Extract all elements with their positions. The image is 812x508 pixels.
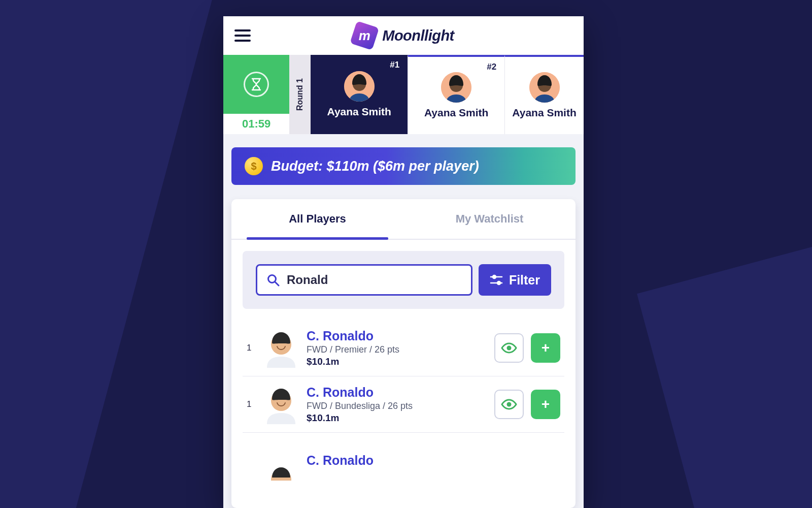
- avatar: [529, 72, 560, 103]
- player-avatar: [263, 385, 299, 424]
- filter-label: Filter: [509, 273, 540, 288]
- eye-icon: [501, 399, 517, 410]
- sliders-icon: [490, 274, 503, 285]
- player-name[interactable]: C. Ronaldo: [307, 329, 487, 343]
- search-input-wrap: [256, 264, 472, 296]
- add-button[interactable]: +: [531, 333, 560, 363]
- search-filter-row: Filter: [243, 251, 564, 309]
- bg-deco-2: [637, 228, 812, 508]
- hourglass-icon: [244, 72, 269, 97]
- pick-rank: #1: [390, 60, 399, 70]
- plus-icon: +: [542, 340, 550, 356]
- tab-all-players[interactable]: All Players: [231, 199, 403, 239]
- player-row: 1 C. Ronaldo FWD / Premier / 26 pts $10.…: [243, 320, 564, 376]
- pick-card-3[interactable]: Ayana Smith: [504, 55, 584, 134]
- pick-name: Ayana Smith: [512, 107, 576, 119]
- watch-button[interactable]: [494, 390, 524, 419]
- player-price: $10.1m: [307, 356, 487, 367]
- player-row: C. Ronaldo: [243, 433, 564, 489]
- player-name[interactable]: C. Ronaldo: [307, 453, 560, 468]
- player-meta: FWD / Premier / 26 pts: [307, 344, 487, 355]
- app-header: Moonllight: [223, 16, 584, 55]
- brand-logo: [350, 21, 379, 50]
- player-row: 1 C. Ronaldo FWD / Bundesliga / 26 pts $…: [243, 376, 564, 433]
- svg-point-9: [493, 275, 496, 278]
- search-icon: [266, 273, 280, 287]
- pick-name: Ayana Smith: [327, 106, 391, 118]
- timer-icon-area: [223, 55, 289, 114]
- player-rank: 1: [247, 399, 256, 409]
- svg-point-15: [507, 402, 512, 407]
- tabs: All Players My Watchlist: [231, 199, 576, 240]
- round-label: Round 1: [295, 78, 304, 111]
- player-name[interactable]: C. Ronaldo: [307, 385, 487, 400]
- player-rank: 1: [247, 343, 256, 353]
- round-indicator: Round 1: [289, 55, 311, 134]
- filter-button[interactable]: Filter: [479, 264, 551, 296]
- svg-point-13: [507, 346, 512, 351]
- player-info: C. Ronaldo FWD / Bundesliga / 26 pts $10…: [307, 385, 487, 424]
- timer: 01:59: [223, 55, 289, 134]
- tab-my-watchlist[interactable]: My Watchlist: [403, 199, 576, 239]
- player-info: C. Ronaldo FWD / Premier / 26 pts $10.1m: [307, 329, 487, 367]
- watch-button[interactable]: [494, 333, 524, 363]
- svg-point-11: [497, 281, 500, 284]
- search-input[interactable]: [287, 273, 462, 287]
- player-price: $10.1m: [307, 412, 487, 424]
- timer-value: 01:59: [223, 114, 289, 134]
- coin-icon: $: [245, 157, 263, 175]
- player-meta: FWD / Bundesliga / 26 pts: [307, 401, 487, 411]
- pick-card-1[interactable]: #1 Ayana Smith: [311, 55, 408, 134]
- player-info: C. Ronaldo: [307, 453, 560, 469]
- svg-line-7: [275, 282, 279, 285]
- pick-name: Ayana Smith: [424, 107, 488, 119]
- budget-text: Budget: $110m ($6m per player): [271, 158, 479, 174]
- brand-name: Moonllight: [382, 27, 454, 44]
- player-avatar: [263, 441, 299, 481]
- player-list: 1 C. Ronaldo FWD / Premier / 26 pts $10.…: [231, 320, 576, 489]
- draft-picker-bar: 01:59 Round 1 #1 Ayana Smith #2: [223, 55, 584, 134]
- budget-banner: $ Budget: $110m ($6m per player): [231, 147, 576, 185]
- avatar: [441, 72, 471, 103]
- app-frame: Moonllight 01:59 Round 1 #1: [223, 16, 584, 508]
- add-button[interactable]: +: [531, 390, 560, 419]
- menu-button[interactable]: [234, 29, 251, 42]
- plus-icon: +: [542, 396, 550, 412]
- eye-icon: [501, 342, 517, 354]
- pick-rank: #2: [487, 62, 496, 72]
- avatar: [344, 71, 375, 102]
- brand: Moonllight: [353, 24, 454, 47]
- player-avatar: [263, 328, 299, 368]
- bg-deco-1: [0, 0, 226, 508]
- pick-card-2[interactable]: #2 Ayana Smith: [408, 55, 504, 134]
- players-card: All Players My Watchlist: [231, 199, 576, 508]
